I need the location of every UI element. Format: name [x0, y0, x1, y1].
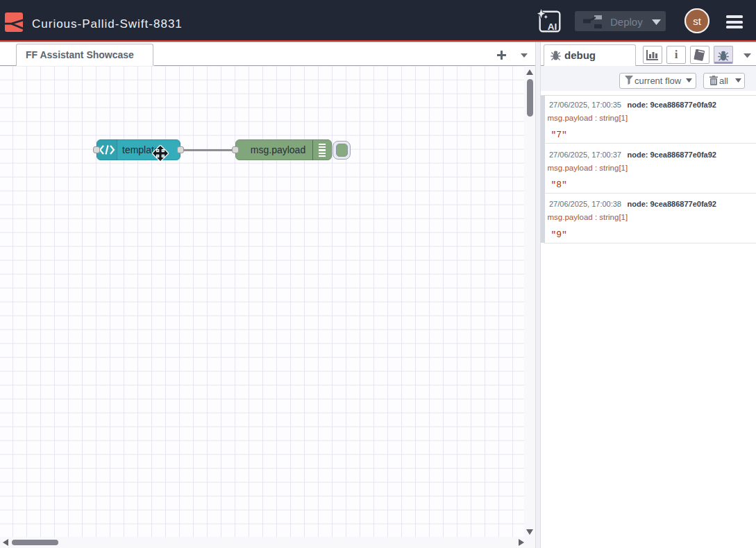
svg-text:st: st	[693, 15, 702, 27]
svg-text:AI: AI	[548, 22, 557, 32]
